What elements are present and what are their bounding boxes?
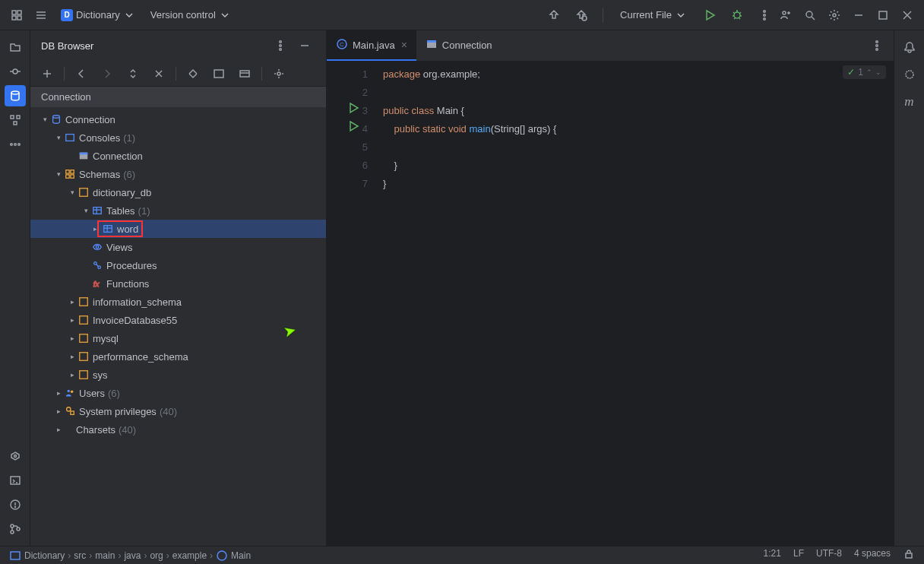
svg-rect-33 bbox=[11, 116, 14, 119]
expand-arrow-icon[interactable]: ▾ bbox=[53, 170, 64, 178]
close-icon[interactable] bbox=[897, 5, 918, 26]
line-separator[interactable]: LF bbox=[793, 548, 804, 562]
tree-functions[interactable]: fx Functions bbox=[30, 274, 326, 293]
disconnect-icon[interactable] bbox=[148, 63, 169, 84]
expand-arrow-icon[interactable]: ▾ bbox=[67, 189, 78, 196]
connection-tab[interactable]: Connection bbox=[30, 87, 326, 107]
open-object-icon[interactable] bbox=[182, 63, 204, 84]
tree-schemas[interactable]: ▾ Schemas (6) bbox=[30, 165, 326, 183]
maven-icon[interactable]: m bbox=[899, 91, 920, 112]
editor-tab-connection[interactable]: Connection bbox=[416, 30, 502, 61]
svg-point-39 bbox=[14, 455, 16, 458]
svg-rect-65 bbox=[66, 175, 69, 178]
structure-tool-icon[interactable] bbox=[5, 109, 26, 131]
tree-info-schema[interactable]: ▸ information_schema bbox=[30, 293, 326, 311]
more-actions-icon[interactable] bbox=[754, 5, 775, 26]
breadcrumb-item[interactable]: org bbox=[150, 550, 163, 561]
debug-button[interactable] bbox=[726, 5, 748, 26]
tree-perf-schema[interactable]: ▸ performance_schema bbox=[30, 347, 326, 366]
tree-mysql[interactable]: ▸ mysql bbox=[30, 329, 326, 347]
db-browser-tool-icon[interactable] bbox=[5, 85, 26, 106]
hamburger-icon[interactable] bbox=[30, 5, 52, 26]
nav-up-down-icon[interactable] bbox=[122, 63, 144, 84]
svg-point-95 bbox=[906, 71, 913, 78]
editor-options-icon[interactable] bbox=[866, 35, 888, 56]
run-config-dropdown[interactable]: Current File bbox=[614, 6, 693, 24]
tree-invoice-db[interactable]: ▸ InvoiceDatabase55 bbox=[30, 311, 326, 329]
tree-connection-root[interactable]: ▾ Connection bbox=[30, 110, 326, 128]
breadcrumb-label: Main bbox=[231, 550, 251, 561]
expand-arrow-icon[interactable]: ▸ bbox=[53, 426, 64, 433]
tree-users[interactable]: ▸ Users (6) bbox=[30, 384, 326, 402]
cursor-position[interactable]: 1:21 bbox=[764, 548, 781, 562]
app-menu-icon[interactable] bbox=[6, 5, 27, 26]
chevron-down-icon[interactable]: ⌄ bbox=[875, 68, 881, 76]
file-encoding[interactable]: UTF-8 bbox=[816, 548, 842, 562]
more-tools-icon[interactable] bbox=[5, 134, 26, 155]
run-button[interactable] bbox=[699, 5, 720, 26]
expand-arrow-icon[interactable]: ▸ bbox=[67, 298, 78, 306]
tree-dict-db[interactable]: ▾ dictionary_db bbox=[30, 183, 326, 201]
chevron-up-icon[interactable]: ⌃ bbox=[866, 68, 872, 76]
services-tool-icon[interactable] bbox=[5, 445, 26, 467]
tree-views[interactable]: Views bbox=[30, 238, 326, 256]
gutter-run-icon[interactable] bbox=[344, 102, 359, 120]
project-selector[interactable]: D Dictionary bbox=[55, 6, 141, 24]
tree-charsets[interactable]: ▸ Charsets (40) bbox=[30, 420, 326, 439]
tree-consoles[interactable]: ▾ Consoles (1) bbox=[30, 128, 326, 147]
breadcrumb-item[interactable]: Dictionary bbox=[9, 550, 65, 562]
tool-settings-icon[interactable] bbox=[268, 63, 290, 84]
breadcrumb-item[interactable]: main bbox=[95, 550, 115, 561]
project-tool-icon[interactable] bbox=[5, 36, 26, 58]
gutter-run-icon[interactable] bbox=[344, 120, 359, 138]
editor-tab-main[interactable]: C Main.java × bbox=[327, 30, 416, 61]
inspection-widget[interactable]: ✓ 1 ⌃ ⌄ bbox=[843, 65, 886, 79]
breadcrumb-item[interactable]: src bbox=[74, 550, 86, 561]
git-tool-icon[interactable] bbox=[5, 518, 26, 540]
code-with-me-icon[interactable] bbox=[775, 5, 796, 26]
expand-arrow-icon[interactable]: ▸ bbox=[67, 334, 78, 342]
tool-options-icon[interactable] bbox=[270, 35, 291, 56]
diagram-icon[interactable] bbox=[234, 63, 255, 84]
build-icon[interactable] bbox=[543, 5, 565, 26]
indent-setting[interactable]: 4 spaces bbox=[854, 548, 891, 562]
notifications-icon[interactable] bbox=[899, 36, 920, 58]
tree-tables[interactable]: ▾ Tables (1) bbox=[30, 201, 326, 220]
expand-arrow-icon[interactable]: ▸ bbox=[67, 371, 78, 379]
expand-arrow-icon[interactable]: ▸ bbox=[53, 407, 64, 415]
tree-procedures[interactable]: Procedures bbox=[30, 256, 326, 274]
expand-arrow-icon[interactable]: ▾ bbox=[40, 116, 50, 123]
svg-rect-0 bbox=[12, 11, 16, 14]
maximize-icon[interactable] bbox=[872, 5, 894, 26]
expand-arrow-icon[interactable]: ▸ bbox=[67, 316, 78, 324]
terminal-tool-icon[interactable] bbox=[5, 470, 26, 491]
tree-word-table[interactable]: ▸ word bbox=[30, 220, 326, 238]
tree-console-item[interactable]: Connection bbox=[30, 147, 326, 165]
add-connection-button[interactable] bbox=[36, 63, 58, 84]
problems-tool-icon[interactable] bbox=[5, 494, 26, 515]
minimize-icon[interactable] bbox=[848, 5, 869, 26]
readonly-lock-icon[interactable] bbox=[903, 548, 915, 562]
tree-sys-priv[interactable]: ▸ System privileges (40) bbox=[30, 402, 326, 420]
expand-arrow-icon[interactable]: ▸ bbox=[53, 389, 64, 397]
expand-arrow-icon[interactable]: ▾ bbox=[81, 207, 91, 214]
search-icon[interactable] bbox=[799, 5, 821, 26]
breadcrumb-item[interactable]: java bbox=[124, 550, 141, 561]
hide-tool-icon[interactable] bbox=[294, 35, 315, 56]
nav-forward-icon[interactable] bbox=[97, 63, 118, 84]
console-icon[interactable] bbox=[208, 63, 229, 84]
expand-arrow-icon[interactable]: ▸ bbox=[67, 353, 78, 360]
tree-sys[interactable]: ▸ sys bbox=[30, 366, 326, 384]
code-editor[interactable]: package org.example; public class Main {… bbox=[374, 61, 894, 546]
ai-assistant-icon[interactable] bbox=[899, 64, 920, 85]
close-tab-icon[interactable]: × bbox=[401, 39, 407, 51]
svg-point-93 bbox=[876, 45, 878, 47]
expand-arrow-icon[interactable]: ▾ bbox=[53, 134, 64, 141]
breadcrumb-item[interactable]: Main bbox=[216, 550, 251, 562]
build-restart-icon[interactable] bbox=[571, 5, 592, 26]
commit-tool-icon[interactable] bbox=[5, 61, 26, 82]
vcs-dropdown[interactable]: Version control bbox=[144, 6, 237, 24]
settings-icon[interactable] bbox=[824, 5, 845, 26]
nav-back-icon[interactable] bbox=[71, 63, 92, 84]
breadcrumb-item[interactable]: example bbox=[172, 550, 207, 561]
